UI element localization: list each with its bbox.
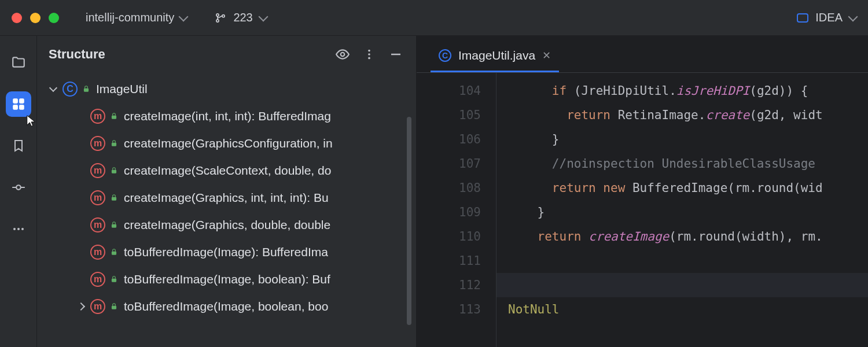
- panel-menu-button[interactable]: [361, 46, 378, 63]
- node-label: createImage(Graphics, double, double: [124, 218, 330, 232]
- svg-point-7: [16, 185, 21, 190]
- window-maximize-button[interactable]: [49, 13, 59, 23]
- method-icon: m: [90, 163, 105, 178]
- svg-point-8: [13, 228, 16, 230]
- svg-rect-20: [112, 224, 116, 227]
- view-options-button[interactable]: [334, 46, 351, 63]
- method-icon: m: [90, 190, 105, 205]
- line-number: 110: [417, 224, 481, 249]
- titlebar: intellij-community 223 IDEA: [0, 0, 868, 36]
- code-line: NotNull: [508, 297, 868, 322]
- chevron-down-icon: [179, 12, 189, 21]
- structure-method-node[interactable]: mtoBufferedImage(Image): BufferedIma: [37, 238, 416, 265]
- svg-rect-19: [112, 197, 116, 200]
- svg-rect-4: [19, 98, 24, 104]
- close-tab-button[interactable]: ✕: [542, 49, 551, 62]
- code-content[interactable]: if (JreHiDpiUtil.isJreHiDPI(g2d)) { retu…: [496, 73, 868, 347]
- line-number: 112: [417, 273, 481, 297]
- structure-method-node[interactable]: mcreateImage(GraphicsConfiguration, in: [37, 130, 416, 157]
- svg-rect-16: [112, 115, 116, 119]
- chevron-down-icon: [49, 83, 57, 91]
- svg-rect-18: [112, 169, 116, 173]
- method-icon: m: [90, 272, 105, 287]
- svg-rect-22: [112, 278, 116, 282]
- tab-filename: ImageUtil.java: [458, 49, 535, 62]
- structure-method-node[interactable]: mtoBufferedImage(Image, boolean, boo: [37, 293, 416, 320]
- method-icon: m: [90, 109, 105, 124]
- lock-icon: [110, 248, 119, 256]
- code-line: //noinspection UndesirableClassUsage: [508, 152, 868, 176]
- code-line: return new BufferedImage(rm.round(wid: [508, 176, 868, 200]
- svg-point-0: [216, 13, 219, 16]
- git-branch-icon: [215, 12, 226, 24]
- chevron-down-icon: [258, 12, 268, 21]
- class-icon: C: [62, 82, 78, 97]
- method-icon: m: [90, 217, 105, 232]
- window-minimize-button[interactable]: [30, 13, 41, 23]
- project-name: intellij-community: [86, 11, 174, 24]
- code-line: [508, 249, 868, 273]
- structure-method-node[interactable]: mcreateImage(Graphics, int, int, int): B…: [37, 184, 416, 211]
- svg-point-13: [368, 53, 370, 56]
- svg-point-14: [368, 57, 370, 60]
- code-line: if (JreHiDpiUtil.isJreHiDPI(g2d)) {: [508, 79, 868, 103]
- lock-icon: [110, 112, 119, 120]
- structure-panel-header: Structure: [37, 36, 416, 73]
- code-line: [496, 273, 868, 297]
- svg-point-1: [216, 19, 219, 21]
- line-number: 108: [417, 176, 481, 200]
- vcs-branch-dropdown[interactable]: 223: [209, 9, 272, 27]
- java-class-icon: C: [439, 49, 451, 62]
- lock-icon: [110, 302, 119, 311]
- line-number: 109: [417, 200, 481, 224]
- line-number: 104: [417, 79, 481, 103]
- ide-dropdown[interactable]: IDEA: [797, 11, 856, 24]
- node-label: createImage(Graphics, int, int, int): Bu: [124, 191, 329, 205]
- window-close-button[interactable]: [12, 13, 22, 23]
- structure-method-node[interactable]: mcreateImage(ScaleContext, double, do: [37, 157, 416, 184]
- svg-rect-3: [13, 98, 18, 104]
- editor-tab[interactable]: C ImageUtil.java ✕: [431, 43, 559, 72]
- chevron-down-icon: [848, 12, 858, 21]
- scrollbar-thumb[interactable]: [407, 117, 411, 325]
- more-tools-button[interactable]: [6, 216, 31, 242]
- method-icon: m: [90, 245, 105, 260]
- structure-method-node[interactable]: mtoBufferedImage(Image, boolean): Buf: [37, 265, 416, 293]
- method-icon: m: [90, 299, 105, 314]
- lock-icon: [110, 275, 119, 283]
- code-line: }: [508, 127, 868, 152]
- svg-point-10: [21, 228, 24, 230]
- node-label: createImage(int, int, int): BufferedImag: [124, 109, 331, 123]
- editor-tabs: C ImageUtil.java ✕: [417, 36, 868, 73]
- expand-toggle[interactable]: [76, 302, 86, 311]
- structure-tool-button[interactable]: [6, 91, 31, 117]
- line-number: 111: [417, 249, 481, 273]
- commit-tool-button[interactable]: [6, 175, 31, 200]
- project-tool-button[interactable]: [6, 50, 31, 75]
- line-number: 107: [417, 152, 481, 176]
- svg-rect-15: [84, 88, 89, 91]
- svg-point-9: [17, 228, 20, 230]
- lock-icon: [110, 221, 119, 229]
- ide-logo-icon: [797, 13, 808, 23]
- bookmarks-tool-button[interactable]: [6, 133, 31, 158]
- lock-icon: [110, 139, 119, 147]
- editor-panel: C ImageUtil.java ✕ 104105106107108109110…: [417, 36, 868, 347]
- line-number: 106: [417, 127, 481, 152]
- minimize-panel-button[interactable]: [387, 46, 404, 63]
- method-icon: m: [90, 136, 105, 151]
- chevron-right-icon: [77, 302, 85, 310]
- svg-point-11: [341, 53, 345, 57]
- code-line: }: [508, 200, 868, 224]
- line-number: 105: [417, 103, 481, 127]
- lock-icon: [110, 167, 119, 175]
- expand-toggle[interactable]: [49, 84, 58, 94]
- structure-root-node[interactable]: C ImageUtil: [37, 75, 416, 102]
- structure-method-node[interactable]: mcreateImage(int, int, int): BufferedIma…: [37, 102, 416, 130]
- line-gutter: 104105106107108109110111112113: [417, 73, 496, 347]
- node-label: toBufferedImage(Image): BufferedIma: [124, 245, 328, 259]
- project-dropdown[interactable]: intellij-community: [80, 9, 193, 27]
- svg-rect-23: [112, 305, 116, 309]
- structure-method-node[interactable]: mcreateImage(Graphics, double, double: [37, 211, 416, 238]
- line-number: 113: [417, 297, 481, 322]
